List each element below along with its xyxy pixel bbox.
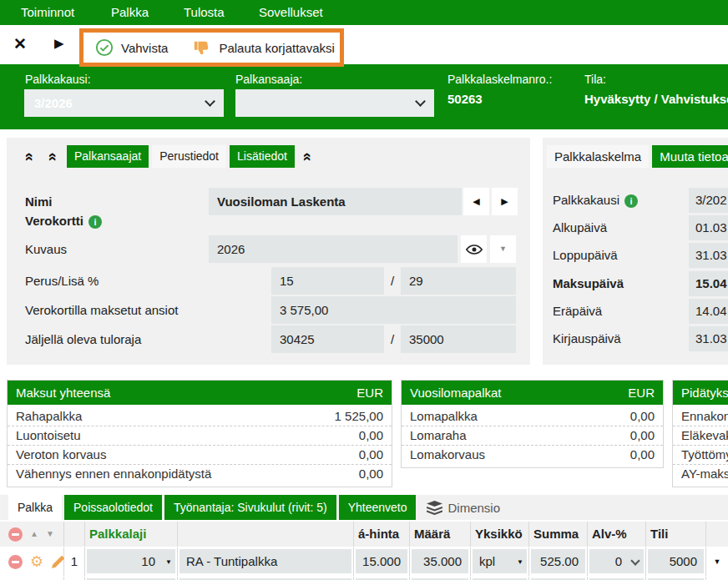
tab-poissaolotiedot[interactable]: Poissaolotiedot (64, 495, 162, 520)
end-date-field[interactable]: 31.03 (689, 243, 728, 268)
gear-icon[interactable]: ⚙ (30, 555, 43, 569)
pay-period-field[interactable]: 3/202 (689, 188, 728, 213)
return-for-correction-button[interactable]: Palauta korjattavaksi (193, 38, 334, 57)
panel-title: Maksut yhteensä (16, 386, 110, 400)
pay-type-name-field[interactable]: RA - Tuntipalkka (179, 549, 351, 573)
dropdown-arrow-icon[interactable]: ▼ (165, 558, 172, 566)
start-date-field[interactable]: 01.03 (689, 215, 728, 240)
table-row: ⚙ 1 10 ▼ RA - Tuntipalkka 15.000 35.000 … (0, 547, 728, 576)
summary-row: Rahapalkka 1 525,00 (8, 407, 392, 426)
menu-bar: Toiminnot Palkka Tulosta Sovellukset (0, 0, 728, 25)
period-select-value: 3/2026 (34, 96, 73, 110)
menu-palkka[interactable]: Palkka (111, 5, 149, 19)
run-icon[interactable]: ▶ (54, 36, 64, 51)
row-label: Lomakorvaus (410, 446, 485, 464)
pencil-icon[interactable] (51, 555, 65, 569)
payments-total-panel: Maksut yhteensä EUR Rahapalkka 1 525,00 … (7, 380, 392, 487)
tab-tyonantaja-sivukulut[interactable]: Työnantaja: Sivukulut (rivit: 5) (164, 495, 336, 520)
close-icon[interactable]: ✕ (13, 34, 27, 53)
remove-row-icon[interactable] (8, 555, 23, 569)
remove-row-icon[interactable] (8, 527, 23, 542)
chevron-down-icon (415, 96, 426, 107)
income-limit-used-field[interactable]: 30425 (271, 325, 384, 353)
description-field[interactable]: 2026 (209, 235, 458, 263)
collapse-up-icon[interactable]: « (43, 147, 64, 167)
account-field[interactable]: 5000 (648, 549, 704, 573)
vat-cell: 0 (588, 547, 646, 576)
toolbar: ✕ ▶ Vahvista Palauta korjattavaksi (0, 25, 728, 64)
tab-muuta-tietoa[interactable]: Muuta tietoa (652, 145, 728, 168)
payments-total-body: Rahapalkka 1 525,00 Luontoisetu 0,00 Ver… (8, 405, 392, 487)
row-tools-cell: ⚙ (0, 547, 64, 576)
dimensio-label: Dimensio (447, 501, 500, 515)
currency-label: EUR (628, 386, 655, 400)
info-icon[interactable]: i (624, 194, 638, 208)
pay-type-header: Palkkalaji (85, 522, 178, 547)
summary-row: AY-maks (673, 465, 728, 483)
sort-up-icon[interactable]: ▲ (30, 522, 38, 547)
row-number-header (64, 522, 85, 547)
row-value: 0,00 (630, 407, 655, 426)
payments-total-header: Maksut yhteensä EUR (8, 381, 392, 405)
sum-cell: 525.00 (529, 547, 588, 576)
unit-price-field[interactable]: 15.000 (356, 549, 407, 573)
menu-sovellukset[interactable]: Sovellukset (259, 5, 323, 19)
basic-info-panel: « « Palkansaajat Perustiedot Lisätiedot … (7, 138, 530, 365)
sort-down-icon[interactable]: ▼ (46, 522, 54, 547)
collapse-up-icon[interactable]: « (19, 147, 41, 167)
pay-type-select[interactable]: 10 (87, 549, 175, 573)
pay-period-label-text: Palkkakausi (553, 193, 619, 207)
pay-type-name-cell (178, 577, 354, 580)
left-panel-tabstrip: « « Palkansaajat Perustiedot Lisätiedot … (7, 138, 530, 168)
slash-separator: / (391, 267, 394, 295)
paid-earnings-field[interactable]: 3 575,00 (271, 296, 516, 324)
tab-lisatiedot[interactable]: Lisätiedot (230, 145, 295, 168)
employee-select[interactable] (235, 89, 434, 117)
tab-palkansaajat[interactable]: Palkansaajat (67, 145, 149, 168)
account-arrow-header (706, 522, 728, 547)
description-dropdown-button[interactable]: ▼ (490, 235, 516, 263)
panel-title: Vuosilomapalkat (410, 386, 502, 400)
menu-tulosta[interactable]: Tulosta (184, 5, 225, 19)
period-label: Palkkakausi: (25, 73, 91, 86)
dimensio-button[interactable]: Dimensio (427, 501, 500, 515)
quantity-field[interactable]: 35.000 (412, 549, 468, 573)
row-label: Veroton korvaus (16, 446, 106, 464)
row-label: Ennakon (681, 407, 728, 426)
income-limit-max-field[interactable]: 35000 (401, 325, 516, 353)
base-rate-field[interactable]: 15 (271, 267, 384, 295)
menu-toiminnot[interactable]: Toiminnot (21, 5, 74, 19)
info-icon[interactable]: i (88, 215, 102, 229)
filter-bar: Palkkakausi: 3/2026 Palkansaaja: Palkkal… (0, 64, 728, 129)
confirm-button[interactable]: Vahvista (95, 38, 168, 57)
tab-palkkalaskelma[interactable]: Palkkalaskelma (547, 145, 649, 168)
taxcard-label: Verokorttii (25, 207, 102, 235)
period-select[interactable]: 3/2026 (24, 89, 224, 117)
dropdown-arrow-icon[interactable]: ▼ (714, 557, 721, 566)
tab-palkka[interactable]: Palkka (8, 495, 62, 520)
account-arrow-cell: ▼ (706, 547, 728, 576)
row-tools-cell: ⚙ (0, 577, 64, 580)
slash-separator: / (391, 325, 394, 353)
row-label: Vähennys ennen ennakonpidätystä (16, 465, 211, 483)
withholdings-body: Ennakon Eläkevak Työttömy AY-maks (673, 405, 728, 487)
unit-price-cell: 15.000 (354, 547, 410, 576)
tab-yhteenveto[interactable]: Yhteenveto (339, 495, 417, 520)
due-date-field[interactable]: 14.04 (689, 299, 728, 324)
additional-rate-field[interactable]: 29 (401, 267, 516, 295)
payment-date-field[interactable]: 15.04 (689, 271, 728, 296)
row-tools-header: ▲ ▼ (0, 522, 64, 547)
row-value: 0,00 (359, 446, 383, 464)
posting-date-field[interactable]: 31.03 (689, 326, 728, 351)
prev-record-button[interactable]: ◀ (463, 188, 489, 215)
summary-row: Lomaraha 0,00 (402, 426, 663, 446)
collapse-up-icon[interactable]: « (297, 147, 319, 167)
tab-perustiedot[interactable]: Perustiedot (152, 145, 226, 168)
sum-field: 525.00 (531, 549, 585, 573)
summary-row: Eläkevak (673, 426, 728, 446)
view-taxcard-button[interactable] (461, 235, 487, 263)
name-field[interactable]: Vuosiloman Laskenta (209, 188, 462, 215)
summary-row: Lomakorvaus 0,00 (402, 446, 663, 464)
next-record-button[interactable]: ▶ (492, 188, 518, 215)
dropdown-arrow-icon[interactable]: ▼ (517, 558, 523, 566)
